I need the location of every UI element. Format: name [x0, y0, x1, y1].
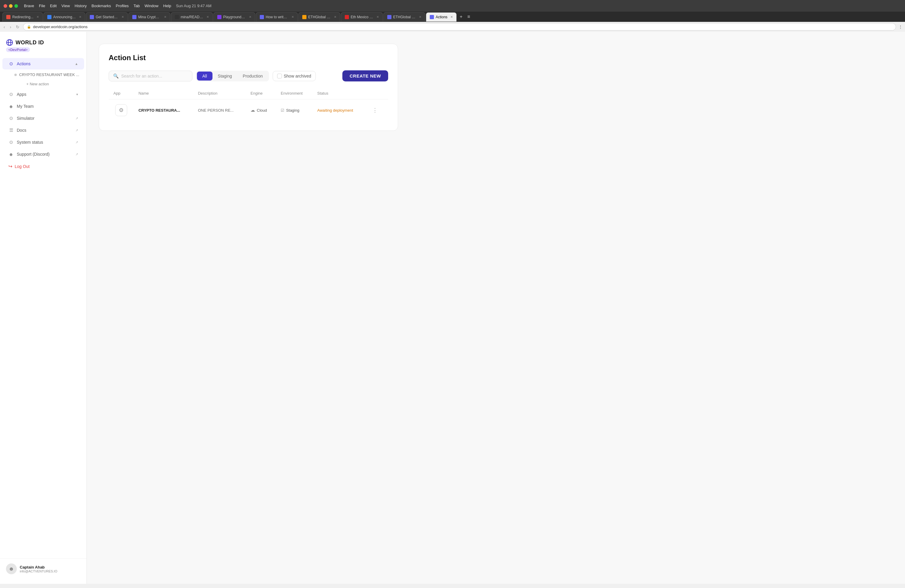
tab-favicon — [387, 15, 391, 19]
chevron-down-icon: ▾ — [76, 92, 78, 96]
row-app-cell: ⚙ — [109, 99, 134, 121]
minimize-button[interactable] — [9, 4, 13, 8]
bookmark-button[interactable]: ⋮ — [899, 25, 903, 29]
url-box[interactable]: 🔒 developer.worldcoin.org/actions — [23, 23, 896, 30]
show-archived-button[interactable]: Show archived — [273, 71, 316, 81]
tab-favicon — [302, 15, 306, 19]
col-actions — [365, 87, 388, 99]
sidebar-item-apps[interactable]: ⊙ Apps ▾ — [2, 89, 84, 100]
search-input[interactable] — [121, 74, 188, 78]
more-options-button[interactable]: ⋮ — [370, 106, 380, 114]
menu-bookmarks[interactable]: Bookmarks — [92, 3, 111, 8]
tab-close-icon[interactable]: ✕ — [37, 15, 39, 19]
sidebar-item-label: Actions — [17, 61, 30, 66]
menu-profiles[interactable]: Profiles — [116, 3, 129, 8]
menu-edit[interactable]: Edit — [50, 3, 57, 8]
back-button[interactable]: ‹ — [2, 23, 6, 30]
status-badge: Awaiting deployment — [317, 108, 353, 113]
tab-close-icon[interactable]: ✕ — [122, 15, 124, 19]
tab-favicon — [6, 15, 11, 19]
tab-ethglobal-e[interactable]: ETHGlobal | E... ✕ — [383, 12, 425, 22]
tab-close-icon[interactable]: ✕ — [164, 15, 167, 19]
menu-brave[interactable]: Brave — [24, 3, 34, 8]
logo-text: WORLD ID — [16, 40, 44, 46]
tab-close-icon[interactable]: ✕ — [450, 15, 453, 19]
action-name: CRYPTO RESTAURA... — [138, 108, 180, 113]
menu-window[interactable]: Window — [144, 3, 158, 8]
checkbox-icon — [277, 74, 282, 78]
tab-close-icon[interactable]: ✕ — [419, 15, 421, 19]
tab-favicon — [47, 15, 51, 19]
search-filter-row: 🔍 All Staging Production Show archived C… — [109, 70, 388, 81]
tab-redirecting[interactable]: Redirecting... ✕ — [2, 12, 43, 22]
tab-label: Redirecting... — [12, 15, 33, 19]
menu-file[interactable]: File — [39, 3, 45, 8]
tab-how-to-write[interactable]: How to write... ✕ — [256, 12, 298, 22]
tab-actions[interactable]: Actions ✕ — [426, 12, 457, 22]
tab-close-icon[interactable]: ✕ — [292, 15, 294, 19]
filter-all-button[interactable]: All — [197, 72, 213, 81]
menu-history[interactable]: History — [75, 3, 86, 8]
tab-eth-mexico[interactable]: Eth Mexico -... ✕ — [341, 12, 383, 22]
logout-button[interactable]: ↪ Log Out — [2, 161, 84, 172]
tab-favicon — [345, 15, 349, 19]
tab-close-icon[interactable]: ✕ — [334, 15, 337, 19]
title-bar: Brave File Edit View History Bookmarks P… — [0, 0, 905, 12]
row-status-cell: Awaiting deployment — [313, 99, 365, 121]
sidebar-item-label: Docs — [17, 128, 26, 133]
forward-button[interactable]: › — [9, 23, 13, 30]
tab-label: Actions — [436, 15, 448, 19]
user-email: info@ACTVENTURES.IO — [20, 569, 81, 573]
search-icon: 🔍 — [113, 73, 119, 79]
tab-label: mina/READM... — [181, 15, 203, 19]
new-action-button[interactable]: + New action — [12, 79, 86, 89]
tab-ethglobal[interactable]: ETHGlobal Lo... ✕ — [298, 12, 340, 22]
nav-section: ⊙ Actions ▲ CRYPTO RESTAURANT WEEK ... +… — [0, 58, 86, 558]
address-bar: ‹ › ↻ 🔒 developer.worldcoin.org/actions … — [0, 22, 905, 32]
row-name-cell: CRYPTO RESTAURA... — [134, 99, 193, 121]
tab-get-started[interactable]: Get Started |... ✕ — [86, 12, 128, 22]
sidebar-sub-item-crypto[interactable]: CRYPTO RESTAURANT WEEK ... — [12, 70, 86, 79]
sidebar-item-system-status[interactable]: ⊙ System status ↗ — [2, 137, 84, 148]
create-new-button[interactable]: CREATE NEW — [342, 70, 388, 81]
show-archived-label: Show archived — [284, 74, 311, 78]
reload-button[interactable]: ↻ — [15, 23, 21, 30]
apps-icon: ⊙ — [8, 92, 14, 97]
tab-close-icon[interactable]: ✕ — [79, 15, 81, 19]
col-status: Status — [313, 87, 365, 99]
filter-production-button[interactable]: Production — [237, 72, 268, 81]
tab-close-icon[interactable]: ✕ — [376, 15, 379, 19]
search-box[interactable]: 🔍 — [109, 71, 192, 81]
sidebar-item-my-team[interactable]: ☻ My Team — [2, 100, 84, 112]
user-info: Captain Ahab info@ACTVENTURES.IO — [20, 565, 81, 573]
sidebar-item-actions[interactable]: ⊙ Actions ▲ — [2, 58, 84, 70]
tab-mina-readme[interactable]: mina/READM... ✕ — [171, 12, 213, 22]
app-layout: WORLD ID <Dev/Portal> ⊙ Actions ▲ CRYPTO… — [0, 32, 905, 584]
menu-view[interactable]: View — [61, 3, 70, 8]
support-icon: ☻ — [8, 151, 14, 157]
col-environment: Environment — [276, 87, 313, 99]
sidebar-item-docs[interactable]: ☰ Docs ↗ — [2, 124, 84, 136]
tab-playground[interactable]: Playground -... ✕ — [213, 12, 255, 22]
chevron-up-icon: ▲ — [75, 62, 78, 65]
maximize-button[interactable] — [14, 4, 18, 8]
tab-label: How to write... — [266, 15, 289, 19]
new-tab-button[interactable]: + — [457, 12, 465, 22]
sidebar-bottom: ☻ Captain Ahab info@ACTVENTURES.IO — [0, 558, 86, 579]
col-engine: Engine — [246, 87, 276, 99]
tab-mina-crypto[interactable]: Mina Cryptoc... ✕ — [129, 12, 170, 22]
logout-icon: ↪ — [8, 164, 12, 169]
menu-help[interactable]: Help — [163, 3, 171, 8]
filter-staging-button[interactable]: Staging — [213, 72, 237, 81]
tab-label: ETHGlobal Lo... — [308, 15, 331, 19]
tab-close-icon[interactable]: ✕ — [249, 15, 251, 19]
close-button[interactable] — [3, 4, 7, 8]
tab-announcing[interactable]: Announcing D... ✕ — [43, 12, 85, 22]
sidebar-item-support[interactable]: ☻ Support (Discord) ↗ — [2, 148, 84, 160]
sidebar-item-label: Apps — [17, 92, 26, 97]
table-row[interactable]: ⚙ CRYPTO RESTAURA... ONE PERSON RE... — [109, 99, 388, 121]
tab-overflow-button[interactable]: ≡ — [465, 12, 472, 22]
sidebar-item-simulator[interactable]: ⊙ Simulator ↗ — [2, 113, 84, 124]
tab-close-icon[interactable]: ✕ — [206, 15, 209, 19]
menu-tab[interactable]: Tab — [133, 3, 140, 8]
